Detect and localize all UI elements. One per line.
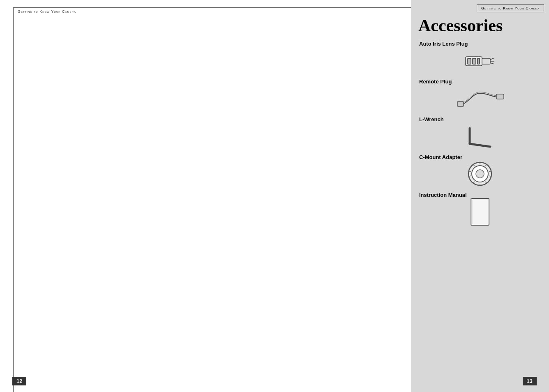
accessories-title: Accessories	[411, 12, 549, 37]
remote-plug-icon	[455, 89, 505, 108]
svg-line-69	[470, 144, 490, 147]
right-header-area: Getting to Know Your Camera	[411, 0, 549, 12]
svg-line-80	[469, 176, 471, 176]
svg-point-72	[476, 170, 484, 178]
accessory-l-wrench: L-Wrench	[411, 113, 549, 151]
left-header: Getting to Know Your Camera	[13, 7, 424, 392]
svg-rect-65	[477, 58, 480, 64]
svg-rect-66	[457, 101, 464, 106]
page-number-right: 13	[523, 377, 537, 385]
svg-rect-63	[468, 58, 471, 64]
c-mount-name: C-Mount Adapter	[419, 154, 541, 160]
auto-iris-name: Auto Iris Lens Plug	[419, 41, 541, 47]
l-wrench-name: L-Wrench	[419, 116, 541, 122]
svg-line-76	[489, 176, 491, 176]
svg-line-75	[489, 171, 491, 172]
c-mount-img	[419, 163, 541, 185]
accessory-auto-iris: Auto Iris Lens Plug	[411, 37, 549, 75]
accessory-manual: Instruction Manual	[411, 189, 549, 226]
l-wrench-img	[419, 125, 541, 148]
c-mount-icon	[467, 161, 494, 187]
right-header: Getting to Know Your Camera	[477, 4, 544, 12]
auto-iris-icon	[461, 51, 498, 71]
svg-line-62	[490, 63, 494, 64]
page-left: Getting to Know Your Camera Back REMOTE …	[0, 0, 411, 392]
svg-line-81	[469, 171, 471, 172]
svg-rect-64	[473, 58, 476, 64]
remote-plug-img	[419, 87, 541, 110]
page-right: Getting to Know Your Camera Accessories …	[411, 0, 549, 392]
accessory-remote-plug: Remote Plug	[411, 75, 549, 113]
manual-icon	[468, 196, 492, 227]
svg-rect-83	[471, 198, 489, 225]
manual-img	[419, 201, 541, 223]
accessory-c-mount: C-Mount Adapter	[411, 151, 549, 189]
page-number-left: 12	[12, 377, 26, 385]
svg-line-60	[490, 58, 494, 60]
remote-plug-name: Remote Plug	[419, 78, 541, 85]
l-wrench-icon	[461, 124, 498, 149]
auto-iris-img	[419, 49, 541, 72]
svg-rect-67	[496, 94, 504, 99]
svg-rect-59	[482, 58, 490, 64]
